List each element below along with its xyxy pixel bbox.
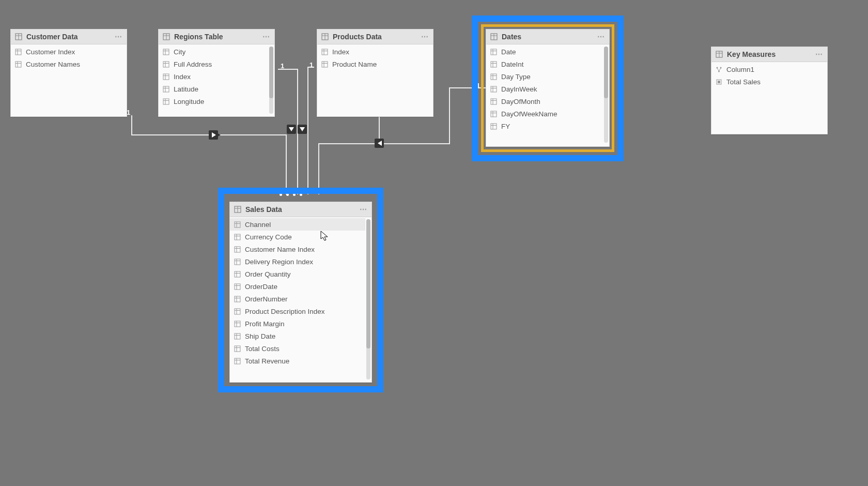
field-row[interactable]: Delivery Region Index (230, 255, 365, 268)
field-row[interactable]: Column1 (711, 63, 827, 75)
svg-rect-4 (287, 125, 296, 134)
field-row[interactable]: Product Description Index (230, 305, 365, 317)
field-label: Date (501, 48, 516, 56)
field-label: Delivery Region Index (245, 258, 313, 266)
field-row[interactable]: Ship Date (230, 330, 365, 342)
cardinality-one-customer: 1 (127, 109, 130, 116)
field-row[interactable]: City (159, 45, 268, 58)
svg-rect-49 (491, 49, 497, 55)
field-row[interactable]: OrderDate (230, 280, 365, 293)
svg-rect-87 (235, 247, 240, 252)
table-title: Key Measures (727, 50, 776, 58)
svg-rect-111 (235, 346, 240, 352)
field-row[interactable]: OrderNumber (230, 293, 365, 305)
field-row[interactable]: Index (159, 70, 268, 83)
svg-rect-99 (235, 296, 240, 302)
table-icon (321, 33, 329, 40)
table-header-key-measures[interactable]: Key Measures ⋯ (711, 47, 827, 62)
table-card-sales-data[interactable]: Sales Data ⋯ Channel Currency Code Custo… (229, 202, 372, 383)
svg-rect-108 (235, 333, 240, 339)
column-icon (234, 246, 241, 253)
table-icon (234, 206, 241, 213)
table-options-icon[interactable]: ⋯ (360, 205, 367, 214)
field-row[interactable]: Full Address (159, 58, 268, 70)
field-row[interactable]: DayInWeek (486, 83, 603, 95)
field-label: DateInt (501, 60, 524, 68)
field-label: DayOfMonth (501, 98, 540, 105)
table-header-sales-data[interactable]: Sales Data ⋯ (230, 202, 371, 217)
table-header-products-data[interactable]: Products Data ⋯ (317, 29, 433, 44)
field-row[interactable]: Profit Margin (230, 317, 365, 330)
field-row[interactable]: Total Costs (230, 342, 365, 355)
field-label: DayInWeek (501, 85, 537, 93)
scrollbar-thumb[interactable] (269, 47, 273, 98)
table-options-icon[interactable]: ⋯ (421, 33, 429, 41)
field-row[interactable]: Order Quantity (230, 268, 365, 280)
field-row[interactable]: FY (486, 120, 603, 132)
svg-marker-1 (213, 131, 221, 139)
svg-marker-0 (209, 131, 216, 139)
table-card-regions-table[interactable]: Regions Table ⋯ City Full Address Index … (158, 29, 275, 117)
svg-rect-55 (491, 74, 497, 80)
svg-rect-2 (209, 130, 218, 140)
field-row[interactable]: Total Sales (711, 75, 827, 88)
field-row[interactable]: Channel (230, 218, 365, 231)
table-options-icon[interactable]: ⋯ (262, 33, 270, 41)
svg-rect-31 (163, 86, 169, 92)
table-body-products-data: Index Product Name (317, 44, 433, 116)
field-row[interactable]: Longitude (159, 95, 268, 108)
table-body-dates: Date DateInt Day Type DayInWeek DayOfMon… (486, 44, 609, 146)
column-icon (234, 283, 241, 290)
field-label: Index (174, 73, 191, 81)
field-row[interactable]: DayOfWeekName (486, 108, 603, 120)
column-icon (163, 49, 169, 55)
column-icon (234, 296, 241, 302)
table-header-dates[interactable]: Dates ⋯ (486, 29, 609, 44)
column-icon (163, 86, 169, 93)
svg-marker-5 (289, 127, 294, 131)
table-header-customer-data[interactable]: Customer Data ⋯ (11, 29, 127, 44)
table-card-key-measures[interactable]: Key Measures ⋯ Column1 Total Sales (711, 47, 828, 134)
svg-rect-34 (163, 99, 169, 104)
svg-rect-6 (298, 125, 307, 134)
field-row[interactable]: DateInt (486, 58, 603, 70)
field-label: Profit Margin (245, 320, 285, 328)
svg-rect-67 (491, 124, 497, 129)
field-row[interactable]: Date (486, 45, 603, 58)
field-row[interactable]: DayOfMonth (486, 95, 603, 108)
table-options-icon[interactable]: ⋯ (815, 50, 823, 58)
field-row[interactable]: Customer Names (11, 58, 127, 70)
column-icon (234, 345, 241, 352)
field-row[interactable]: Total Revenue (230, 355, 365, 367)
field-row[interactable]: Customer Index (11, 45, 127, 58)
svg-rect-16 (16, 62, 21, 67)
field-row[interactable]: Day Type (486, 70, 603, 83)
table-card-customer-data[interactable]: Customer Data ⋯ Customer Index Customer … (10, 29, 127, 117)
column-icon (234, 259, 241, 265)
field-row[interactable]: Currency Code (230, 231, 365, 243)
scrollbar-thumb[interactable] (604, 47, 608, 98)
table-header-regions-table[interactable]: Regions Table ⋯ (159, 29, 274, 44)
table-body-regions-table: City Full Address Index Latitude Longitu… (159, 44, 274, 116)
svg-rect-28 (163, 74, 169, 80)
svg-rect-81 (235, 222, 240, 227)
column-icon (490, 123, 497, 130)
column-icon (321, 49, 328, 55)
svg-rect-102 (235, 309, 240, 314)
column-icon (490, 86, 497, 93)
table-options-icon[interactable]: ⋯ (115, 33, 122, 41)
svg-rect-105 (235, 321, 240, 327)
field-label: Customer Name Index (245, 246, 315, 253)
table-card-products-data[interactable]: Products Data ⋯ Index Product Name (317, 29, 433, 117)
table-options-icon[interactable]: ⋯ (597, 33, 605, 41)
column-icon (234, 321, 241, 327)
column-icon (490, 49, 497, 55)
field-row[interactable]: Index (317, 45, 433, 58)
table-card-dates[interactable]: Dates ⋯ Date DateInt Day Type DayInWeek … (486, 29, 610, 147)
field-label: Product Description Index (245, 308, 325, 315)
field-row[interactable]: Product Name (317, 58, 433, 70)
field-row[interactable]: Customer Name Index (230, 243, 365, 255)
field-row[interactable]: Latitude (159, 83, 268, 95)
svg-marker-7 (300, 127, 305, 131)
scrollbar-thumb[interactable] (366, 219, 370, 348)
